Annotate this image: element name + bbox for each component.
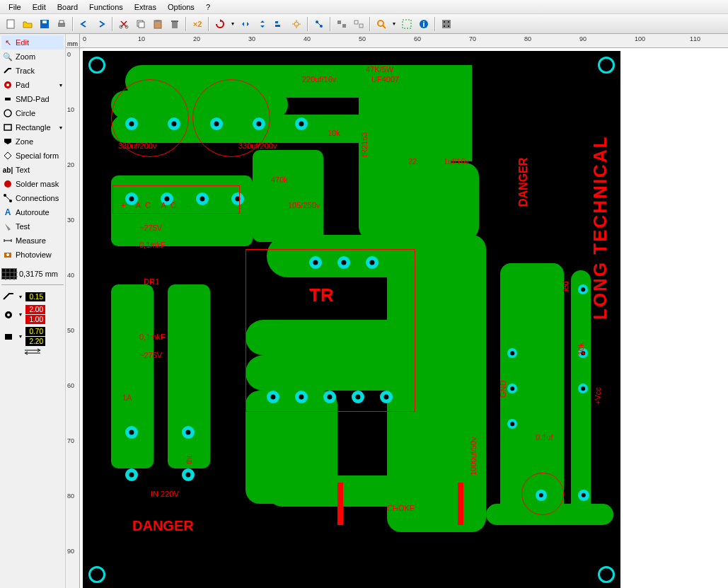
menu-functions[interactable]: Functions bbox=[83, 1, 129, 13]
tool-edit[interactable]: ↖Edit bbox=[1, 35, 64, 50]
menu-help[interactable]: ? bbox=[200, 1, 216, 13]
paste-button[interactable] bbox=[150, 16, 166, 32]
svg-point-29 bbox=[444, 25, 445, 27]
print-button[interactable] bbox=[54, 16, 69, 32]
tool-zone[interactable]: Zone bbox=[1, 134, 64, 149]
scanned-copy-button[interactable] bbox=[439, 16, 454, 32]
zoom-button[interactable] bbox=[374, 16, 389, 32]
smd-size-icon bbox=[1, 331, 16, 342]
menu-board[interactable]: Board bbox=[52, 1, 83, 13]
silk-label: 1uf/16v bbox=[444, 157, 469, 166]
pad bbox=[295, 117, 308, 130]
pad bbox=[507, 384, 517, 393]
tool-smdpad[interactable]: SMD-Pad bbox=[1, 92, 64, 106]
rotate-button[interactable] bbox=[212, 16, 228, 32]
tool-circle[interactable]: Circle bbox=[1, 106, 64, 120]
param-smd-size[interactable]: ▾ 0.70 2.20 bbox=[1, 327, 64, 346]
canvas[interactable]: mm 0 10 20 30 40 50 60 70 80 90 100 110 … bbox=[66, 34, 728, 588]
specialform-icon bbox=[3, 151, 13, 161]
ungroup-button[interactable] bbox=[351, 16, 366, 32]
tool-specialform[interactable]: Special form bbox=[1, 149, 64, 163]
tool-zoom[interactable]: 🔍Zoom bbox=[1, 50, 64, 64]
measure-icon bbox=[3, 236, 13, 246]
smd-size-dropdown[interactable]: ▾ bbox=[17, 332, 24, 342]
menu-edit[interactable]: Edit bbox=[27, 1, 52, 13]
menu-options[interactable]: Options bbox=[162, 1, 200, 13]
svg-rect-23 bbox=[403, 20, 411, 28]
menu-extras[interactable]: Extras bbox=[129, 1, 162, 13]
tool-track[interactable]: Track bbox=[1, 64, 64, 78]
text-icon: ab| bbox=[3, 165, 13, 175]
rotate-dropdown[interactable]: ▾ bbox=[229, 19, 236, 29]
silk-tr: TR bbox=[309, 284, 334, 306]
track-width-dropdown[interactable]: ▾ bbox=[17, 292, 24, 301]
tool-soldermask[interactable]: Solder mask bbox=[1, 177, 64, 191]
tool-test[interactable]: Test bbox=[1, 219, 64, 234]
delete-button[interactable] bbox=[167, 16, 183, 32]
soldermask-icon bbox=[3, 179, 13, 189]
zoom-dropdown[interactable]: ▾ bbox=[391, 19, 398, 29]
silk-label: IR2153 bbox=[360, 132, 369, 157]
track-icon bbox=[3, 66, 13, 76]
new-button[interactable] bbox=[3, 16, 18, 32]
duplicate-button[interactable]: ×2 bbox=[190, 16, 205, 32]
silk-label: 0.1uf bbox=[536, 433, 553, 442]
silk-label: GND bbox=[499, 381, 507, 398]
silk-label: IN 220V bbox=[151, 490, 179, 498]
copy-button[interactable] bbox=[133, 16, 149, 32]
silk-danger: DANGER bbox=[132, 518, 194, 534]
svg-rect-14 bbox=[275, 25, 280, 27]
tool-rectangle[interactable]: Rectangle▾ bbox=[1, 120, 64, 134]
smdpad-icon bbox=[3, 94, 13, 104]
tool-text[interactable]: ab|Text bbox=[1, 163, 64, 177]
svg-point-27 bbox=[444, 21, 445, 23]
cut-button[interactable] bbox=[116, 16, 132, 32]
param-track-width[interactable]: ▾ 0.15 bbox=[1, 291, 64, 302]
svg-point-28 bbox=[448, 21, 449, 23]
repaint-button[interactable] bbox=[399, 16, 415, 32]
mounting-hole bbox=[598, 57, 615, 74]
svg-rect-11 bbox=[172, 22, 178, 28]
align-button[interactable] bbox=[272, 16, 287, 32]
silk-label: ~275V bbox=[139, 224, 162, 232]
silk-label: led bbox=[561, 281, 570, 292]
test-icon bbox=[3, 221, 13, 231]
silk-label: 1A bbox=[122, 393, 132, 402]
info-button[interactable]: i bbox=[416, 16, 432, 32]
swap-icon bbox=[22, 347, 43, 356]
tool-autoroute[interactable]: AAutoroute bbox=[1, 205, 64, 219]
tool-pad[interactable]: Pad▾ bbox=[1, 78, 64, 92]
svg-rect-10 bbox=[156, 20, 160, 22]
tool-connections[interactable]: Connections bbox=[1, 191, 64, 205]
snap-button[interactable] bbox=[289, 16, 304, 32]
menu-file[interactable]: File bbox=[3, 1, 27, 13]
connections-icon bbox=[3, 193, 13, 203]
grid-setting[interactable]: 0,3175 mm bbox=[1, 267, 64, 280]
open-button[interactable] bbox=[20, 16, 35, 32]
param-pad-size[interactable]: ▾ 2.00 1.00 bbox=[1, 305, 64, 324]
param-swap[interactable] bbox=[1, 347, 64, 356]
connections-remove-button[interactable] bbox=[311, 16, 327, 32]
tool-photoview[interactable]: Photoview bbox=[1, 248, 64, 262]
ruler-horizontal: 0 10 20 30 40 50 60 70 80 90 100 110 bbox=[80, 34, 728, 48]
tool-measure[interactable]: Measure bbox=[1, 234, 64, 248]
silk-label: ~275V bbox=[139, 351, 162, 359]
pad bbox=[578, 490, 589, 501]
undo-button[interactable] bbox=[76, 16, 92, 32]
mirror-v-button[interactable] bbox=[255, 16, 270, 32]
pad-size-icon bbox=[1, 309, 16, 321]
silk-label: 1000uf/50v bbox=[469, 437, 478, 475]
autoroute-icon: A bbox=[3, 207, 13, 217]
mirror-h-button[interactable] bbox=[238, 16, 253, 32]
silk-label: 220uf/16v bbox=[302, 75, 336, 83]
svg-rect-26 bbox=[442, 20, 451, 28]
save-button[interactable] bbox=[37, 16, 52, 32]
svg-rect-12 bbox=[171, 21, 178, 22]
pad-inner-value: 1.00 bbox=[25, 315, 45, 324]
redo-button[interactable] bbox=[93, 16, 109, 32]
pcb-board[interactable]: LONG TECHNICAL DANGER DANGER TR 330uf/20… bbox=[83, 51, 620, 588]
group-button[interactable] bbox=[334, 16, 349, 32]
pad-size-dropdown[interactable]: ▾ bbox=[17, 310, 24, 320]
silk-label: UF4007 bbox=[371, 75, 399, 83]
track-width-value: 0.15 bbox=[25, 292, 45, 301]
